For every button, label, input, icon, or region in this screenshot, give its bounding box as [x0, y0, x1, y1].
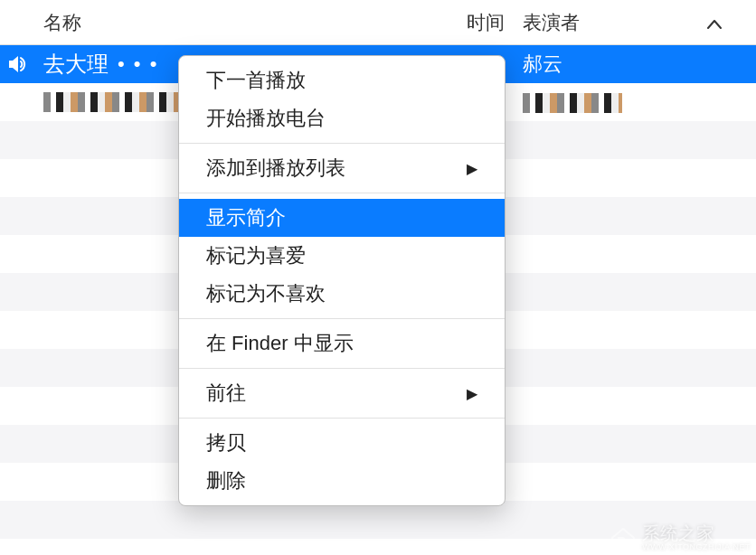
- menu-item-go-to[interactable]: 前往 ▶: [179, 374, 505, 412]
- menu-separator: [179, 318, 505, 319]
- menu-separator: [179, 143, 505, 144]
- submenu-arrow-icon: ▶: [467, 160, 477, 177]
- menu-item-label: 下一首播放: [206, 67, 306, 94]
- menu-item-label: 标记为不喜欢: [206, 280, 326, 307]
- track-actions-ellipsis-icon[interactable]: • • •: [118, 52, 158, 76]
- watermark-logo-icon: [610, 526, 637, 550]
- column-header-artist-label: 表演者: [523, 10, 580, 35]
- menu-item-label: 删除: [206, 467, 246, 494]
- table-header: 名称 时间 表演者: [0, 0, 756, 45]
- menu-item-label: 开始播放电台: [206, 105, 326, 132]
- now-playing-speaker-icon: [7, 54, 31, 74]
- column-header-time-label: 时间: [467, 10, 505, 35]
- menu-item-start-radio[interactable]: 开始播放电台: [179, 99, 505, 137]
- sort-ascending-icon: [707, 12, 722, 33]
- menu-item-add-to-playlist[interactable]: 添加到播放列表 ▶: [179, 149, 505, 187]
- menu-item-label: 在 Finder 中显示: [206, 330, 354, 357]
- menu-item-show-in-finder[interactable]: 在 Finder 中显示: [179, 325, 505, 362]
- column-header-time[interactable]: 时间: [452, 0, 515, 44]
- submenu-arrow-icon: ▶: [467, 385, 477, 402]
- menu-item-mark-loved[interactable]: 标记为喜爱: [179, 237, 505, 275]
- menu-item-delete[interactable]: 删除: [179, 462, 505, 500]
- menu-item-label: 标记为喜爱: [206, 242, 306, 269]
- menu-separator: [179, 418, 505, 419]
- menu-separator: [179, 368, 505, 369]
- context-menu: 下一首播放 开始播放电台 添加到播放列表 ▶ 显示简介 标记为喜爱 标记为不喜欢…: [178, 55, 506, 506]
- menu-item-label: 拷贝: [206, 429, 246, 456]
- menu-item-label: 前往: [206, 380, 246, 407]
- column-header-name-label: 名称: [43, 10, 81, 35]
- watermark-url: WWW.XITONGZHIJIA.NET: [642, 542, 751, 551]
- watermark-text: 系统之家: [642, 524, 751, 542]
- menu-item-get-info[interactable]: 显示简介: [179, 199, 505, 237]
- track-artist-obscured: [523, 93, 622, 113]
- track-artist: 郝云: [515, 51, 756, 78]
- menu-item-mark-disliked[interactable]: 标记为不喜欢: [179, 275, 505, 313]
- column-header-artist[interactable]: 表演者: [515, 0, 756, 44]
- menu-separator: [179, 193, 505, 193]
- menu-item-play-next[interactable]: 下一首播放: [179, 61, 505, 99]
- menu-item-copy[interactable]: 拷贝: [179, 424, 505, 462]
- column-header-name[interactable]: 名称: [0, 0, 452, 44]
- menu-item-label: 添加到播放列表: [206, 155, 345, 182]
- menu-item-label: 显示简介: [206, 204, 286, 231]
- watermark: 系统之家 WWW.XITONGZHIJIA.NET: [610, 524, 751, 551]
- track-title: 去大理: [43, 50, 109, 79]
